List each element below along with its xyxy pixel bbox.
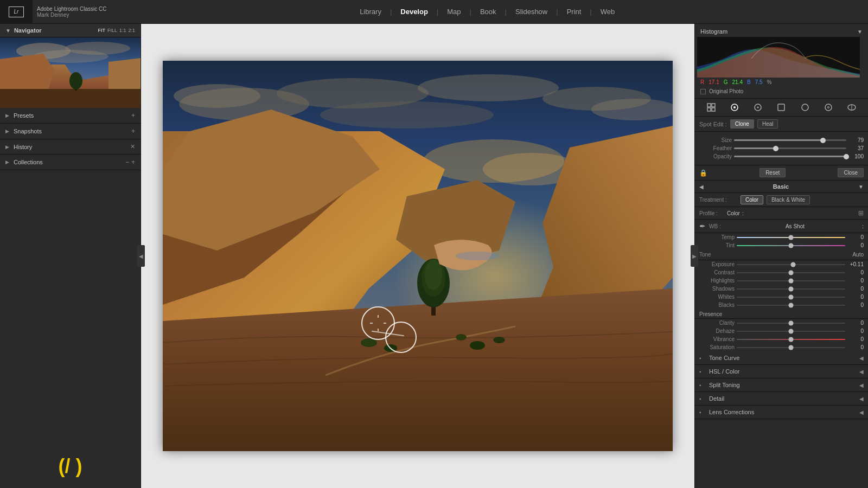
tone-header: Tone Auto (695, 249, 868, 260)
highlights-value: 0 (847, 278, 864, 284)
wb-value: As Shot (731, 223, 859, 229)
tone-curve-accordion[interactable]: ▪ Tone Curve ◀ (695, 351, 868, 365)
left-panel-collapse[interactable]: ◀ (137, 245, 145, 267)
app-title: Adobe Lightroom Classic CC Mark Denney (37, 6, 106, 18)
temp-slider[interactable] (737, 237, 845, 238)
shadows-slider[interactable] (737, 288, 845, 290)
original-photo-checkbox[interactable] (700, 89, 706, 94)
split-toning-accordion[interactable]: ▪ Split Toning ◀ (695, 378, 868, 392)
collections-header[interactable]: ▶ Collections − + (0, 155, 141, 170)
color-treatment-btn[interactable]: Color (741, 195, 763, 204)
presets-header[interactable]: ▶ Presets + (0, 108, 141, 123)
exposure-slider[interactable] (737, 264, 845, 265)
nav-map[interactable]: Map (441, 5, 467, 18)
histogram-collapse-arrow[interactable]: ▼ (857, 29, 863, 35)
photo-container (163, 61, 673, 451)
hsl-icon: ▪ (699, 369, 707, 375)
detail-accordion[interactable]: ▪ Detail ◀ (695, 392, 868, 406)
lr-logo: Lr (0, 0, 33, 24)
detail-arrow: ◀ (859, 396, 864, 402)
lr-logo-box: Lr (9, 7, 24, 17)
tint-value: 0 (847, 242, 864, 248)
histogram-header[interactable]: Histogram ▼ (697, 26, 866, 37)
profile-colon: : (742, 210, 744, 216)
tool-gradient-icon[interactable] (799, 101, 811, 113)
blacks-slider[interactable] (737, 305, 845, 306)
lens-corrections-accordion[interactable]: ▪ Lens Corrections ◀ (695, 406, 868, 419)
collections-minus[interactable]: − (125, 158, 129, 166)
tone-curve-arrow: ◀ (859, 355, 864, 361)
reset-tool-btn[interactable]: Reset (760, 168, 786, 177)
nav-book[interactable]: Book (474, 5, 503, 18)
navigator-preview (0, 37, 141, 108)
snapshots-arrow: ▶ (5, 129, 9, 134)
size-value: 79 (848, 137, 864, 143)
vibrance-slider[interactable] (737, 339, 845, 340)
lens-corrections-icon: ▪ (699, 409, 707, 415)
basic-arrow-right[interactable]: ▼ (858, 184, 864, 190)
close-tool-btn[interactable]: Close (838, 168, 864, 177)
history-close[interactable]: ✕ (130, 143, 135, 150)
nav-print[interactable]: Print (560, 5, 588, 18)
whites-label: Whites (699, 294, 735, 300)
presets-add[interactable]: + (131, 112, 135, 119)
feather-slider[interactable] (734, 147, 846, 149)
tool-grid-icon[interactable] (705, 101, 717, 113)
heal-btn[interactable]: Heal (757, 119, 778, 129)
wb-eyedropper-icon[interactable]: ✒ (699, 222, 706, 230)
main-layout: ▼ Navigator FIT FILL 1:1 2:1 (0, 24, 868, 488)
basic-title: Basic (704, 183, 858, 190)
tool-adjustment-brush-icon[interactable] (846, 101, 858, 113)
profile-grid-icon[interactable]: ⊞ (858, 209, 864, 217)
nav-web[interactable]: Web (594, 5, 622, 18)
tool-spot-removal-icon[interactable] (752, 101, 764, 113)
whites-row: Whites 0 (695, 293, 868, 301)
whites-slider[interactable] (737, 297, 845, 298)
nav-slideshow[interactable]: Slideshow (509, 5, 554, 18)
g-value: 21.4 (732, 79, 742, 85)
tool-redeye-icon[interactable] (775, 101, 787, 113)
fill-btn[interactable]: FILL (107, 28, 117, 33)
feather-row: Feather 37 (699, 145, 864, 151)
snapshots-add[interactable]: + (131, 127, 135, 135)
saturation-slider[interactable] (737, 347, 845, 348)
clarity-slider[interactable] (737, 323, 845, 324)
r-value: 17.1 (709, 79, 719, 85)
1to1-btn[interactable]: 1:1 (119, 28, 126, 33)
temp-label: Temp (699, 234, 735, 240)
bw-treatment-btn[interactable]: Black & White (767, 195, 810, 204)
opacity-slider[interactable] (734, 156, 846, 157)
fit-btn[interactable]: FIT (98, 28, 105, 33)
tint-slider[interactable] (737, 245, 845, 246)
treatment-row: Treatment : Color Black & White (695, 193, 868, 207)
collections-add[interactable]: + (131, 158, 135, 166)
treatment-label: Treatment : (699, 197, 737, 203)
navigator-header[interactable]: ▼ Navigator FIT FILL 1:1 2:1 (0, 24, 141, 37)
tool-radial-icon[interactable] (822, 101, 834, 113)
b-value: 7.5 (755, 79, 763, 85)
main-photo[interactable] (163, 61, 673, 451)
tint-row: Tint 0 (695, 241, 868, 249)
nav-library[interactable]: Library (353, 5, 388, 18)
snapshots-header[interactable]: ▶ Snapshots + (0, 124, 141, 139)
size-slider[interactable] (734, 139, 846, 141)
auto-tone-btn[interactable]: Auto (852, 252, 864, 258)
left-panel: ▼ Navigator FIT FILL 1:1 2:1 (0, 24, 141, 488)
nav-develop[interactable]: Develop (394, 5, 435, 18)
size-row: Size 79 (699, 137, 864, 143)
contrast-slider[interactable] (737, 272, 845, 273)
dehaze-slider[interactable] (737, 331, 845, 332)
hsl-color-accordion[interactable]: ▪ HSL / Color ◀ (695, 365, 868, 378)
history-header[interactable]: ▶ History ✕ (0, 139, 141, 154)
basic-section-header[interactable]: ◀ Basic ▼ (695, 181, 868, 193)
tool-crop-icon[interactable] (729, 101, 741, 113)
highlights-slider[interactable] (737, 280, 845, 281)
right-panel-collapse[interactable]: ▶ (691, 245, 698, 267)
svg-point-33 (456, 334, 467, 341)
clone-btn[interactable]: Clone (730, 119, 754, 129)
clarity-value: 0 (847, 320, 864, 326)
tone-curve-icon: ▪ (699, 355, 707, 361)
svg-point-30 (425, 260, 442, 290)
tool-icons-row (695, 99, 868, 117)
2to1-btn[interactable]: 2:1 (128, 28, 135, 33)
